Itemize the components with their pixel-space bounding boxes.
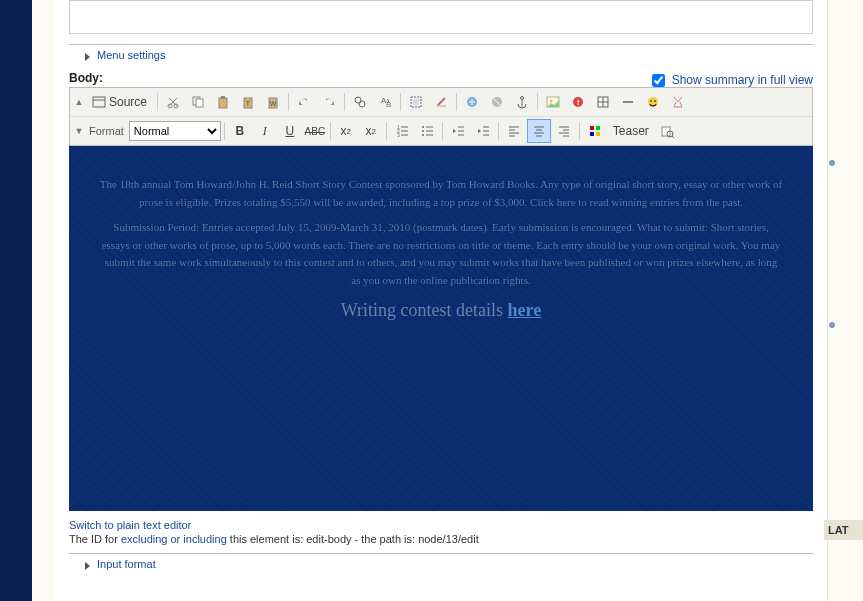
ol-icon: 123 xyxy=(395,124,409,138)
preview-icon xyxy=(660,124,674,138)
removeformat-button[interactable] xyxy=(429,90,453,114)
indent-icon xyxy=(476,124,490,138)
svg-rect-6 xyxy=(219,98,227,108)
anchor-icon xyxy=(515,95,529,109)
summary-textarea[interactable] xyxy=(69,0,813,34)
paste-word-button[interactable]: W xyxy=(261,90,285,114)
link-button[interactable] xyxy=(460,90,484,114)
menu-settings-link[interactable]: Menu settings xyxy=(97,49,165,61)
align-center-icon xyxy=(532,124,546,138)
specialchar-button[interactable] xyxy=(666,90,690,114)
bold-button[interactable]: B xyxy=(228,119,252,143)
smiley-icon xyxy=(646,95,660,109)
unlink-button[interactable] xyxy=(485,90,509,114)
separator xyxy=(400,93,401,111)
switch-plain-text-link[interactable]: Switch to plain text editor xyxy=(69,519,191,531)
editor-toolbar: ▲ Source T W xyxy=(69,87,813,146)
svg-rect-65 xyxy=(590,126,594,130)
anchor-button[interactable] xyxy=(510,90,534,114)
editor-paragraph-3: Writing contest details here xyxy=(79,296,803,325)
teaser-button[interactable]: Teaser xyxy=(608,119,654,143)
flash-button[interactable]: f xyxy=(566,90,590,114)
editor-content-area[interactable]: The 18th annual Tom Howard/John H. Reid … xyxy=(69,146,813,511)
find-icon xyxy=(353,95,367,109)
svg-point-43 xyxy=(422,134,424,136)
svg-rect-5 xyxy=(196,99,203,107)
sidebar-bullet xyxy=(829,322,835,328)
separator xyxy=(498,122,499,140)
link-icon xyxy=(465,95,479,109)
copy-button[interactable] xyxy=(186,90,210,114)
teaser-color-icon xyxy=(588,124,602,138)
strike-button[interactable]: ABC xyxy=(303,119,327,143)
paste-text-icon: T xyxy=(241,95,255,109)
switch-editor-row: Switch to plain text editor xyxy=(69,519,813,531)
source-button[interactable]: Source xyxy=(85,90,154,114)
details-text: Writing contest details xyxy=(341,300,508,320)
find-button[interactable] xyxy=(348,90,372,114)
table-icon xyxy=(596,95,610,109)
replace-button[interactable]: AB xyxy=(373,90,397,114)
idline-prefix: The ID for xyxy=(69,533,121,545)
separator xyxy=(579,122,580,140)
align-center-button[interactable] xyxy=(527,119,551,143)
separator xyxy=(330,122,331,140)
separator xyxy=(442,122,443,140)
cut-button[interactable] xyxy=(161,90,185,114)
paste-button[interactable] xyxy=(211,90,235,114)
paste-word-icon: W xyxy=(266,95,280,109)
ol-button[interactable]: 123 xyxy=(390,119,414,143)
details-here-link[interactable]: here xyxy=(508,300,542,320)
preview-button[interactable] xyxy=(655,119,679,143)
italic-button[interactable]: I xyxy=(253,119,277,143)
latest-heading: LAT xyxy=(824,520,863,540)
align-left-button[interactable] xyxy=(502,119,526,143)
redo-icon xyxy=(322,95,336,109)
body-field-header: Body: Show summary in full view xyxy=(69,71,813,85)
removeformat-icon xyxy=(434,95,448,109)
svg-rect-0 xyxy=(93,97,105,107)
svg-text:W: W xyxy=(270,100,277,107)
svg-point-13 xyxy=(359,101,365,107)
toolbar-row-1: ▲ Source T W xyxy=(70,88,812,117)
body-label: Body: xyxy=(69,71,103,85)
indent-button[interactable] xyxy=(471,119,495,143)
cut-icon xyxy=(166,95,180,109)
toolbar-expand-icon[interactable]: ▼ xyxy=(74,126,84,136)
input-format-link[interactable]: Input format xyxy=(97,558,156,570)
format-select[interactable]: Normal xyxy=(129,121,221,141)
separator xyxy=(157,93,158,111)
svg-point-34 xyxy=(654,100,656,102)
fieldset-menu-settings[interactable]: Menu settings xyxy=(69,44,813,65)
subscript-button[interactable]: x2 xyxy=(334,119,358,143)
hr-icon xyxy=(621,95,635,109)
paste-icon xyxy=(216,95,230,109)
fieldset-input-format[interactable]: Input format xyxy=(69,553,813,574)
svg-line-14 xyxy=(360,102,361,103)
sidebar-bullet xyxy=(829,160,835,166)
copy-icon xyxy=(191,95,205,109)
redo-button[interactable] xyxy=(317,90,341,114)
source-icon xyxy=(92,95,106,109)
format-label: Format xyxy=(85,125,128,137)
selectall-button[interactable] xyxy=(404,90,428,114)
show-summary-toggle[interactable]: Show summary in full view xyxy=(648,71,813,90)
ul-button[interactable] xyxy=(415,119,439,143)
underline-button[interactable]: U xyxy=(278,119,302,143)
excluding-including-link[interactable]: excluding or including xyxy=(121,533,227,545)
toolbar-collapse-icon[interactable]: ▲ xyxy=(74,97,84,107)
superscript-button[interactable]: x2 xyxy=(359,119,383,143)
separator xyxy=(456,93,457,111)
show-summary-checkbox[interactable] xyxy=(652,74,665,87)
teaser-color-button[interactable] xyxy=(583,119,607,143)
align-right-button[interactable] xyxy=(552,119,576,143)
smiley-button[interactable] xyxy=(641,90,665,114)
hr-button[interactable] xyxy=(616,90,640,114)
svg-text:T: T xyxy=(246,100,251,107)
undo-button[interactable] xyxy=(292,90,316,114)
paste-text-button[interactable]: T xyxy=(236,90,260,114)
image-button[interactable] xyxy=(541,90,565,114)
image-icon xyxy=(546,95,560,109)
table-button[interactable] xyxy=(591,90,615,114)
outdent-button[interactable] xyxy=(446,119,470,143)
